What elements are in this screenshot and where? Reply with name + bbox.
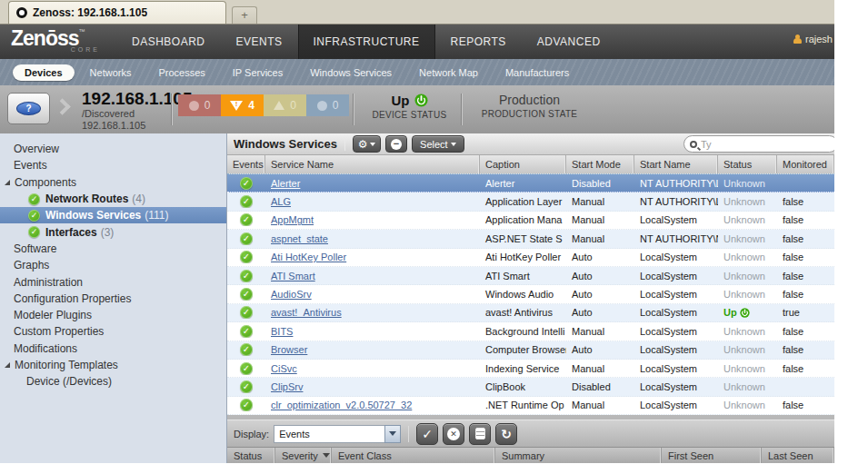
refresh-events-button[interactable]: ↻	[495, 423, 517, 445]
sidebar-item-configuration-properties[interactable]: Configuration Properties	[0, 291, 226, 307]
status-cell: Unknown	[718, 271, 777, 281]
service-name-link[interactable]: CiSvc	[271, 363, 297, 374]
table-row-alerter[interactable]: Alerter Alerter Disabled NT AUTHORITY\L …	[227, 174, 834, 193]
device-sidebar: Overview Events Components Network Route…	[0, 133, 227, 463]
column-header-monitored[interactable]: Monitored	[777, 155, 834, 173]
header-divider	[353, 94, 354, 125]
display-combo-value[interactable]: Events	[274, 425, 384, 443]
browser-tab[interactable]: Zenoss: 192.168.1.105	[8, 1, 226, 24]
event-column-status[interactable]: Status	[227, 448, 275, 463]
sidebar-item-device-template[interactable]: Device (/Devices)	[0, 373, 226, 390]
service-name-link[interactable]: aspnet_state	[271, 233, 328, 244]
warning-events-badge[interactable]: 0	[264, 94, 306, 116]
sidebar-item-interfaces[interactable]: Interfaces(3)	[0, 223, 226, 240]
error-events-badge[interactable]: 4	[221, 94, 264, 116]
sidebar-item-administration[interactable]: Administration	[0, 273, 226, 290]
nav-advanced[interactable]: ADVANCED	[522, 25, 616, 59]
subnav-manufacturers[interactable]: Manufacturers	[494, 64, 581, 81]
close-events-button[interactable]: ✕	[443, 423, 464, 445]
column-header-status[interactable]: Status	[718, 155, 777, 173]
sidebar-group-monitoring-templates[interactable]: Monitoring Templates	[0, 357, 226, 373]
table-row-appmgmt[interactable]: AppMgmt Application Mana Manual LocalSys…	[227, 212, 834, 230]
sidebar-item-windows-services[interactable]: Windows Services(111)	[0, 207, 226, 223]
combo-trigger-button[interactable]	[384, 425, 401, 443]
sidebar-group-components[interactable]: Components	[0, 174, 226, 191]
event-column-last-seen[interactable]: Last Seen	[762, 448, 834, 463]
device-title: 192.168.1.105	[82, 89, 193, 108]
sort-arrow-icon[interactable]	[323, 453, 330, 458]
table-row-clr-optimization[interactable]: clr_optimization_v2.0.50727_32 .NET Runt…	[227, 397, 834, 415]
nav-reports[interactable]: REPORTS	[435, 25, 522, 59]
table-row-ati-hotkey-poller[interactable]: Ati HotKey Poller Ati HotKey Poller Auto…	[227, 249, 834, 267]
service-name-link[interactable]: AppMgmt	[271, 214, 314, 225]
search-box[interactable]	[683, 135, 834, 153]
ok-status-icon	[240, 325, 253, 338]
sidebar-item-software[interactable]: Software	[0, 241, 226, 257]
table-row-browser[interactable]: Browser Computer Browser Auto LocalSyste…	[227, 341, 834, 360]
column-header-start-name[interactable]: Start Name	[634, 155, 718, 173]
service-name-link[interactable]: ATI Smart	[271, 271, 315, 281]
table-row-avast-antivirus[interactable]: avast!_Antivirus avast! Antivirus Auto L…	[227, 304, 834, 322]
nav-dashboard[interactable]: DASHBOARD	[116, 25, 221, 59]
service-name-link[interactable]: ALG	[271, 196, 291, 207]
sidebar-item-custom-properties[interactable]: Custom Properties	[0, 323, 226, 340]
sidebar-item-graphs[interactable]: Graphs	[0, 257, 226, 273]
search-input[interactable]	[701, 139, 810, 150]
sidebar-item-network-routes[interactable]: Network Routes(4)	[0, 191, 226, 207]
ok-status-icon	[240, 251, 253, 263]
export-events-button[interactable]	[469, 423, 491, 445]
sidebar-item-overview[interactable]: Overview	[0, 141, 226, 157]
service-name-link[interactable]: Ati HotKey Poller	[271, 252, 346, 262]
critical-events-badge[interactable]: 0	[178, 94, 221, 116]
acknowledge-events-button[interactable]: ✓	[416, 423, 438, 445]
sidebar-item-label: Windows Services	[45, 209, 141, 222]
subnav-ip-services[interactable]: IP Services	[221, 64, 294, 81]
subnav-network-map[interactable]: Network Map	[407, 64, 490, 81]
expand-arrow-icon[interactable]	[5, 362, 10, 368]
event-column-summary[interactable]: Summary	[495, 448, 662, 463]
error-count: 4	[248, 99, 254, 112]
table-row-cisvc[interactable]: CiSvc Indexing Service Manual LocalSyste…	[227, 360, 834, 378]
table-row-alg[interactable]: ALG Application Layer Manual NT AUTHORIT…	[227, 193, 834, 211]
service-name-link[interactable]: clr_optimization_v2.0.50727_32	[271, 400, 412, 410]
table-row-bits[interactable]: BITS Background Intelli Manual LocalSyst…	[227, 322, 834, 341]
column-header-events[interactable]: Events	[227, 155, 265, 173]
column-header-service-name[interactable]: Service Name	[265, 155, 480, 173]
ok-status-icon	[240, 195, 253, 208]
ok-status-icon	[240, 306, 253, 319]
subnav-devices[interactable]: Devices	[13, 64, 75, 81]
expand-arrow-icon[interactable]	[5, 180, 10, 185]
components-panel: Windows Services ⚙ − Select Events Servi…	[227, 133, 834, 463]
ok-status-icon	[240, 270, 253, 282]
table-row-ati-smart[interactable]: ATI Smart ATI Smart Auto LocalSystem Unk…	[227, 267, 834, 285]
column-header-start-mode[interactable]: Start Mode	[566, 155, 634, 173]
service-name-link[interactable]: Alerter	[271, 178, 300, 189]
nav-events[interactable]: EVENTS	[221, 25, 298, 59]
select-button[interactable]: Select	[412, 135, 464, 153]
info-events-badge[interactable]: 0	[306, 94, 349, 116]
sidebar-item-modeler-plugins[interactable]: Modeler Plugins	[0, 307, 226, 323]
service-name-link[interactable]: ClipSrv	[271, 381, 303, 392]
nav-infrastructure[interactable]: INFRASTRUCTURE	[298, 25, 435, 59]
service-name-link[interactable]: BITS	[271, 326, 293, 337]
sidebar-item-events[interactable]: Events	[0, 157, 226, 173]
gear-menu-button[interactable]: ⚙	[353, 135, 381, 153]
user-menu[interactable]: rajesh	[793, 34, 833, 44]
subnav-networks[interactable]: Networks	[78, 64, 144, 81]
service-name-link[interactable]: Browser	[271, 344, 307, 355]
table-row-clipsrv[interactable]: ClipSrv ClipBook Disabled LocalSystem Un…	[227, 378, 834, 396]
delete-component-button[interactable]: −	[385, 135, 407, 153]
event-column-first-seen[interactable]: First Seen	[662, 448, 762, 463]
event-column-severity[interactable]: Severity	[275, 448, 332, 463]
subnav-windows-services[interactable]: Windows Services	[298, 64, 404, 81]
event-column-event-class[interactable]: Event Class	[332, 448, 495, 463]
display-combo[interactable]: Events	[274, 425, 401, 443]
column-header-caption[interactable]: Caption	[480, 155, 566, 173]
service-name-link[interactable]: AudioSrv	[271, 289, 312, 300]
new-tab-button[interactable]: +	[232, 6, 257, 24]
table-row-audiosrv[interactable]: AudioSrv Windows Audio Auto LocalSystem …	[227, 285, 834, 303]
sidebar-item-modifications[interactable]: Modifications	[0, 341, 226, 357]
table-row-aspnet-state[interactable]: aspnet_state ASP.NET State S Manual NT A…	[227, 230, 834, 248]
service-name-link[interactable]: avast!_Antivirus	[271, 307, 342, 318]
subnav-processes[interactable]: Processes	[146, 64, 216, 81]
